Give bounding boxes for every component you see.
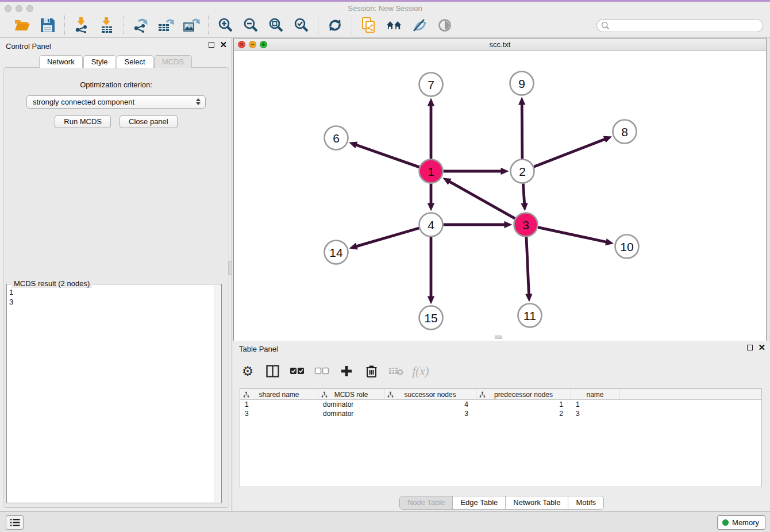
tab-edge-table[interactable]: Edge Table	[453, 496, 506, 509]
app-titlebar: Session: New Session	[0, 0, 770, 13]
select-all-icon[interactable]	[290, 364, 305, 379]
table-cell[interactable]: dominator	[318, 409, 384, 418]
task-history-button[interactable]	[6, 515, 24, 530]
mcds-result-box: MCDS result (2 nodes) 13	[6, 284, 222, 503]
overview-icon[interactable]	[436, 17, 453, 34]
main-toolbar	[0, 13, 770, 38]
delete-column-icon[interactable]	[364, 364, 379, 379]
edge-2-9[interactable]	[522, 103, 522, 159]
table-cell[interactable]: 2	[476, 409, 571, 418]
mcds-panel: Optimization criterion: strongly connect…	[3, 67, 229, 508]
tab-network[interactable]: Network	[39, 55, 83, 68]
close-panel-button[interactable]: Close panel	[120, 115, 178, 128]
column-header-name[interactable]: name	[571, 389, 619, 400]
arrowhead-icon	[505, 221, 513, 228]
column-header-label: successor nodes	[404, 391, 456, 399]
node-label: 1	[428, 165, 434, 178]
function-builder-icon[interactable]: f(x)	[413, 364, 428, 379]
column-header-successor-nodes[interactable]: successor nodes	[384, 389, 476, 400]
tab-mcds[interactable]: MCDS	[154, 55, 192, 68]
result-scrollbar[interactable]	[214, 285, 221, 502]
table-row[interactable]: 3dominator323	[240, 409, 761, 418]
optimization-criterion-select[interactable]: strongly connected component	[26, 95, 206, 109]
duplicate-network-icon[interactable]	[360, 17, 378, 34]
memory-button[interactable]: Memory	[717, 515, 765, 530]
network-window-titlebar[interactable]: × – + scc.txt	[234, 38, 766, 51]
column-header-predecessor-nodes[interactable]: predecessor nodes	[476, 389, 571, 400]
deselect-all-icon[interactable]	[314, 364, 329, 379]
column-header-mcds-role[interactable]: MCDS role	[318, 389, 384, 400]
memory-status-icon	[722, 519, 729, 526]
arrowhead-icon	[349, 142, 357, 149]
table-body: 1dominator4113dominator323	[240, 400, 761, 418]
arrowhead-icon	[501, 168, 509, 175]
table-cell[interactable]: 3	[384, 409, 476, 418]
zoom-out-icon[interactable]	[242, 17, 259, 34]
search-icon	[601, 21, 610, 30]
nested-networks-icon[interactable]	[386, 17, 403, 34]
status-bar: Memory	[0, 511, 770, 532]
table-row[interactable]: 1dominator411	[240, 400, 761, 409]
edge-3-10[interactable]	[538, 228, 607, 242]
gear-icon[interactable]: ⚙	[240, 364, 255, 379]
network-graph[interactable]: 7968124314101511	[234, 52, 766, 341]
export-network-icon[interactable]	[132, 17, 149, 34]
node-label: 14	[329, 246, 343, 259]
control-panel-tabs: NetworkStyleSelectMCDS	[0, 55, 232, 68]
column-header-label: MCDS role	[334, 391, 368, 399]
vertical-splitter-handle[interactable]	[228, 261, 232, 275]
node-label: 9	[518, 77, 525, 90]
edge-2-8[interactable]	[534, 139, 606, 167]
run-mcds-button[interactable]: Run MCDS	[55, 115, 111, 128]
table-cell[interactable]: 1	[240, 400, 318, 409]
node-label: 15	[424, 311, 437, 325]
edge-3-1[interactable]	[449, 181, 515, 218]
table-cell[interactable]: 3	[571, 409, 619, 418]
tab-motifs[interactable]: Motifs	[568, 496, 603, 509]
table-cell[interactable]: dominator	[318, 400, 384, 409]
node-label: 8	[621, 125, 628, 138]
zoom-fit-icon[interactable]	[267, 17, 284, 34]
export-table-icon[interactable]	[157, 17, 175, 34]
table-cell[interactable]: 1	[571, 400, 619, 409]
delete-table-icon[interactable]	[388, 364, 403, 379]
table-header-row: shared nameMCDS rolesuccessor nodesprede…	[240, 389, 761, 400]
edge-1-6[interactable]	[355, 145, 419, 167]
table-cell[interactable]: 3	[240, 409, 318, 418]
float-panel-icon[interactable]	[209, 42, 214, 48]
edge-2-3[interactable]	[523, 183, 524, 204]
split-view-icon[interactable]	[265, 364, 280, 379]
search-input[interactable]	[610, 22, 763, 30]
export-image-icon[interactable]	[183, 17, 200, 34]
node-label: 3	[522, 218, 529, 232]
tab-node-table[interactable]: Node Table	[400, 496, 453, 509]
refresh-icon[interactable]	[326, 17, 344, 34]
open-session-icon[interactable]	[14, 17, 31, 34]
table-cell[interactable]: 1	[476, 400, 571, 409]
arrowhead-icon	[428, 203, 434, 211]
horizontal-splitter-handle[interactable]	[495, 336, 502, 339]
hide-graphics-details-icon[interactable]	[411, 17, 428, 34]
zoom-selected-icon[interactable]	[292, 17, 310, 34]
node-label: 6	[333, 132, 340, 145]
edge-3-11[interactable]	[526, 237, 529, 295]
app-title: Session: New Session	[0, 4, 770, 13]
import-table-icon[interactable]	[98, 17, 116, 34]
column-header-shared-name[interactable]: shared name	[240, 389, 318, 400]
table-panel: Table Panel ✕ ⚙ f(x) shared nameMCDS rol…	[233, 341, 770, 511]
arrowhead-icon	[518, 97, 525, 105]
edge-4-14[interactable]	[356, 228, 419, 246]
float-table-panel-icon[interactable]	[747, 345, 753, 350]
close-table-panel-icon[interactable]: ✕	[758, 345, 765, 350]
table-cell[interactable]: 4	[384, 400, 476, 409]
tab-network-table[interactable]: Network Table	[506, 496, 568, 509]
close-panel-icon[interactable]: ✕	[220, 42, 227, 48]
zoom-in-icon[interactable]	[217, 17, 234, 34]
save-session-icon[interactable]	[39, 17, 56, 34]
tab-style[interactable]: Style	[83, 55, 116, 68]
import-network-icon[interactable]	[73, 17, 90, 34]
network-window-title: scc.txt	[234, 40, 766, 49]
column-type-icon	[321, 391, 328, 399]
add-column-icon[interactable]	[339, 364, 354, 379]
tab-select[interactable]: Select	[117, 55, 153, 68]
